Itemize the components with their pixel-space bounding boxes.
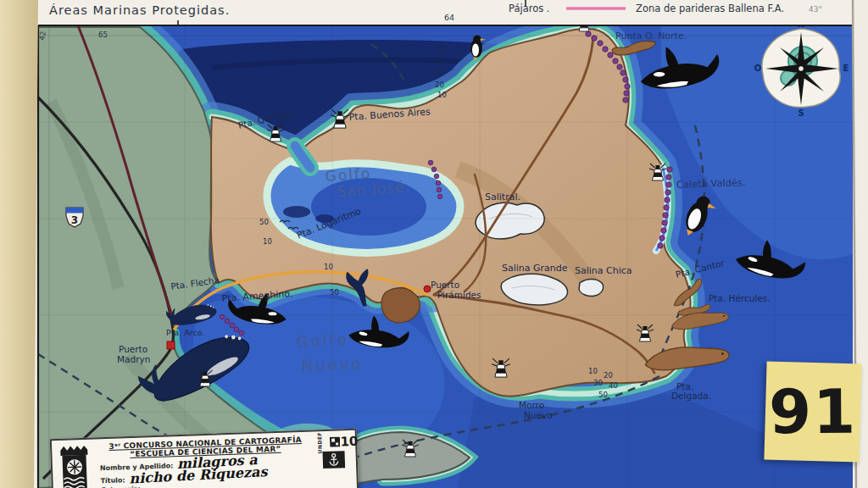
title-field-label: Título: [100, 477, 125, 485]
svg-text:10: 10 [588, 367, 598, 375]
label-puerto-madryn-2: Madryn [117, 354, 150, 364]
label-puerto-piramides-2: Pirámides [437, 290, 481, 300]
compass-west-label: O [754, 64, 762, 73]
svg-text:10: 10 [324, 263, 333, 271]
svg-text:50: 50 [598, 391, 608, 399]
undef-logo-text: UNDEF [316, 431, 323, 453]
undef-logo-number: 10 [340, 434, 358, 450]
puerto-madryn-marker [167, 341, 175, 349]
label-puerto-madryn-1: Puerto [119, 344, 147, 354]
sea-lion-colony [381, 288, 420, 323]
compass-south-label: S [798, 108, 804, 118]
contest-number: 91 [769, 381, 858, 443]
label-caleta-valdes: Caleta Valdés. [676, 176, 746, 191]
puerto-piramides-marker [424, 286, 431, 292]
svg-text:10: 10 [263, 237, 272, 246]
legend-birds-label: Pájaros . [509, 3, 550, 14]
label-pta-delgada-2: Delgada. [671, 391, 711, 401]
corner-coordinate: 43° [809, 5, 822, 14]
svg-text:30: 30 [593, 379, 603, 387]
label-salina-chica: Salina Chica [575, 265, 632, 276]
label-morro-nuevo-2: Nuevo [524, 410, 553, 420]
route-3-shield: 3 [66, 208, 83, 227]
svg-text:20: 20 [604, 371, 613, 380]
header-tick-64: 64 [444, 13, 454, 22]
margin-tick-42: 42 [37, 30, 47, 41]
label-pta-arco: Pta. Arco. [166, 328, 204, 337]
hand-drawn-map-photo: 3 N E S O 5040 3020 10 5010 1050 1020 30… [0, 0, 868, 488]
svg-text:10: 10 [437, 91, 447, 99]
label-golfo-nuevo-2: Nuevo [301, 354, 363, 374]
label-pta-hercules: Pta. Hércules. [709, 293, 771, 303]
compass-east-label: E [843, 64, 849, 73]
label-morro-nuevo-1: Morro [519, 400, 544, 410]
undef-logo: UNDEF 10 [309, 434, 359, 451]
contest-cartouche: 3ᵉʳ CONCURSO NACIONAL DE CARTOGRAFÍA “ES… [50, 429, 359, 488]
map-artwork: 3 N E S O 5040 3020 10 5010 1050 1020 30… [0, 0, 868, 488]
margin-tick-65: 65 [98, 30, 108, 39]
coat-of-arms-icon [57, 443, 96, 488]
svg-text:40: 40 [433, 58, 442, 66]
label-puerto-piramides-1: Puerto [431, 280, 459, 290]
svg-text:50: 50 [437, 46, 447, 54]
wall-left [0, 0, 38, 488]
svg-text:50: 50 [330, 288, 339, 297]
anchor-icon [322, 451, 345, 469]
svg-text:50: 50 [259, 218, 269, 226]
header-area-label: Áreas Marinas Protegidas. [49, 3, 230, 17]
svg-text:30: 30 [434, 69, 443, 78]
svg-text:40: 40 [609, 381, 618, 390]
contest-number-sticky-note: 91 [764, 361, 861, 462]
route-number: 3 [71, 214, 78, 226]
label-golfo-nuevo-1: Golfo [296, 330, 349, 351]
label-salina-grande: Salina Grande [502, 263, 568, 274]
undef-logo-mark [330, 436, 340, 446]
legend-whale-zone-label: Zona de parideras Ballena F.A. [636, 3, 784, 14]
label-salitral: Salitral. [485, 191, 520, 202]
svg-text:20: 20 [435, 80, 444, 89]
